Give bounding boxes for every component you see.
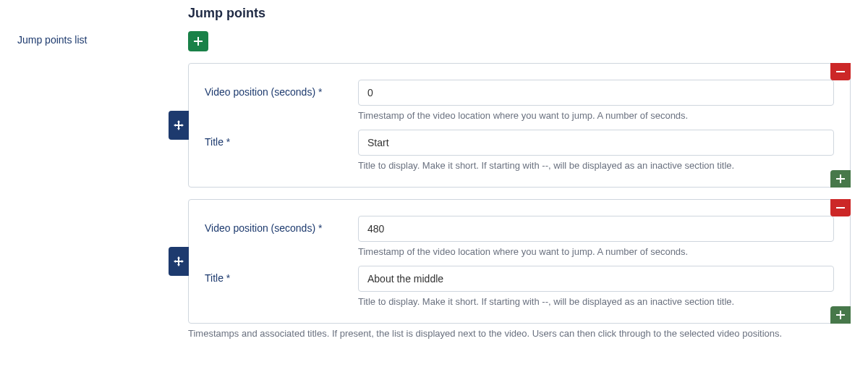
jump-points-list-help: Timestamps and associated titles. If pre… — [188, 328, 851, 339]
svg-rect-13 — [175, 261, 182, 262]
jump-points-list-label: Jump points list — [17, 34, 87, 46]
title-input[interactable] — [358, 266, 834, 292]
jump-point-card: Video position (seconds) * Timestamp of … — [188, 63, 851, 188]
video-position-input[interactable] — [358, 80, 834, 106]
title-help: Title to display. Make it short. If star… — [358, 160, 834, 171]
title-input[interactable] — [358, 130, 834, 156]
plus-icon — [836, 174, 845, 183]
drag-handle[interactable] — [169, 111, 189, 140]
title-label: Title * — [205, 130, 358, 171]
move-icon — [174, 256, 184, 266]
jump-point-card: Video position (seconds) * Timestamp of … — [188, 199, 851, 324]
plus-icon — [836, 311, 845, 319]
video-position-label: Video position (seconds) * — [205, 216, 358, 257]
svg-rect-7 — [836, 207, 845, 209]
video-position-input[interactable] — [358, 216, 834, 242]
remove-jump-point-button[interactable] — [830, 199, 851, 216]
video-position-help: Timestamp of the video location where yo… — [358, 246, 834, 257]
remove-jump-point-button[interactable] — [830, 63, 851, 80]
minus-icon — [836, 67, 845, 76]
svg-rect-0 — [836, 71, 845, 72]
add-jump-point-button[interactable] — [188, 31, 208, 51]
video-position-help: Timestamp of the video location where yo… — [358, 110, 834, 121]
drag-handle[interactable] — [169, 247, 189, 276]
minus-icon — [836, 203, 845, 212]
svg-rect-6 — [175, 125, 182, 126]
title-help: Title to display. Make it short. If star… — [358, 296, 834, 307]
insert-jump-point-button[interactable] — [830, 306, 851, 324]
section-heading: Jump points — [188, 6, 851, 21]
plus-icon — [194, 37, 203, 46]
title-label: Title * — [205, 266, 358, 307]
insert-jump-point-button[interactable] — [830, 170, 851, 188]
move-icon — [174, 120, 184, 130]
video-position-label: Video position (seconds) * — [205, 80, 358, 121]
